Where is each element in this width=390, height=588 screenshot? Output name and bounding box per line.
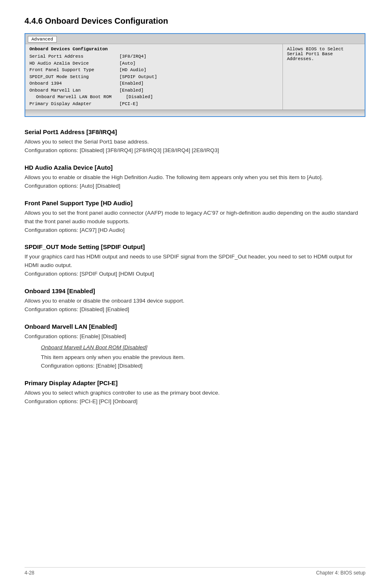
bios-row-label: Onboard 1394 bbox=[29, 80, 119, 87]
section-body: Configuration options: [Enable] [Disable… bbox=[25, 332, 365, 370]
bios-row-label: Onboard Marvell Lan bbox=[29, 87, 119, 94]
section-body: Allows you to select which graphics cont… bbox=[25, 389, 365, 406]
bios-tab-bar: Advanced bbox=[25, 34, 365, 44]
subsection-heading: Onboard Marvell LAN Boot ROM [Disabled] bbox=[41, 343, 365, 352]
bios-row-value: [SPDIF Output] bbox=[119, 74, 157, 81]
bios-row: Front Panel Support Type[HD Audio] bbox=[29, 67, 278, 74]
section-body: Allows you to select the Serial Port1 ba… bbox=[25, 138, 365, 155]
bios-row: Onboard 1394[Enabled] bbox=[29, 80, 278, 87]
section-body: If your graphics card has HDMI output an… bbox=[25, 253, 365, 278]
section-config-options: Configuration options: [Enable] [Disable… bbox=[25, 332, 365, 341]
bios-row: Serial Port1 Address[3F8/IRQ4] bbox=[29, 53, 278, 60]
section-description: Allows you to select which graphics cont… bbox=[25, 389, 365, 397]
section-body: Allows you to enable or disable the onbo… bbox=[25, 297, 365, 314]
section-description: Allows you to enable or disable the onbo… bbox=[25, 297, 365, 305]
bios-row-value: [Enabled] bbox=[119, 87, 143, 94]
section-config-options: Configuration options: [PCI-E] [PCI] [On… bbox=[25, 397, 365, 406]
section-serial-port1: Serial Port1 Address [3F8/IRQ4]Allows yo… bbox=[25, 128, 365, 155]
section-heading: SPDIF_OUT Mode Setting [SPDIF Output] bbox=[25, 243, 365, 250]
section-config-options: Configuration options: [SPDIF Output] [H… bbox=[25, 270, 365, 278]
bios-row-label: HD Audio Azalia Device bbox=[29, 60, 119, 67]
subsection-config: Configuration options: [Enable] [Disable… bbox=[41, 362, 365, 370]
section-body: Allows you to enable or disable the High… bbox=[25, 173, 365, 191]
section-onboard-1394: Onboard 1394 [Enabled]Allows you to enab… bbox=[25, 287, 365, 314]
bios-row-label: Front Panel Support Type bbox=[29, 67, 119, 74]
section-config-options: Configuration options: [Auto] [Disabled] bbox=[25, 182, 365, 191]
section-onboard-marvell-lan: Onboard Marvell LAN [Enabled]Configurati… bbox=[25, 323, 365, 370]
footer-chapter: Chapter 4: BIOS setup bbox=[316, 570, 365, 576]
section-heading: Onboard 1394 [Enabled] bbox=[25, 287, 365, 294]
bios-row: Onboard Marvell LAN Boot ROM[Disabled] bbox=[29, 94, 278, 101]
section-heading: HD Audio Azalia Device [Auto] bbox=[25, 164, 365, 171]
section-heading: Front Panel Support Type [HD Audio] bbox=[25, 200, 365, 206]
section-description: Allows you to enable or disable the High… bbox=[25, 173, 365, 182]
section-spdif-out: SPDIF_OUT Mode Setting [SPDIF Output]If … bbox=[25, 243, 365, 278]
section-body: Allows you to set the front panel audio … bbox=[25, 209, 365, 235]
page-title: 4.4.6 Onboard Devices Configuration bbox=[25, 16, 365, 26]
bios-row-value: [Enabled] bbox=[119, 80, 143, 87]
bios-row-label: Onboard Marvell LAN Boot ROM bbox=[36, 94, 126, 101]
subsection-body: This item appears only when you enable t… bbox=[41, 353, 365, 362]
section-config-options: Configuration options: [AC97] [HD Audio] bbox=[25, 226, 365, 235]
section-front-panel: Front Panel Support Type [HD Audio]Allow… bbox=[25, 200, 365, 235]
bios-row-value: [Disabled] bbox=[126, 94, 153, 101]
footer-page-number: 4-28 bbox=[25, 570, 34, 576]
section-heading: Serial Port1 Address [3F8/IRQ4] bbox=[25, 128, 365, 135]
bios-row-value: [Auto] bbox=[119, 60, 136, 67]
section-description: If your graphics card has HDMI output an… bbox=[25, 253, 365, 270]
section-config-options: Configuration options: [Disabled] [3F8/I… bbox=[25, 146, 365, 155]
page-footer: 4-28 Chapter 4: BIOS setup bbox=[25, 567, 365, 576]
bios-tab-advanced: Advanced bbox=[28, 36, 57, 43]
bios-screenshot: Advanced Onboard Devices Configuraiton S… bbox=[25, 33, 365, 117]
bios-shadow bbox=[25, 110, 365, 116]
section-heading: Onboard Marvell LAN [Enabled] bbox=[25, 323, 365, 330]
section-description: Allows you to select the Serial Port1 ba… bbox=[25, 138, 365, 146]
bios-row-value: [3F8/IRQ4] bbox=[119, 53, 146, 60]
bios-row: Onboard Marvell Lan[Enabled] bbox=[29, 87, 278, 94]
bios-row: HD Audio Azalia Device[Auto] bbox=[29, 60, 278, 67]
bios-row-label: Serial Port1 Address bbox=[29, 53, 119, 60]
bios-row-label: SPDIF_OUT Mode Setting bbox=[29, 74, 119, 81]
bios-content: Onboard Devices Configuraiton Serial Por… bbox=[25, 44, 365, 110]
bios-row: SPDIF_OUT Mode Setting[SPDIF Output] bbox=[29, 74, 278, 81]
bios-row: Primary Display Adapter[PCI-E] bbox=[29, 101, 278, 108]
section-description: Allows you to set the front panel audio … bbox=[25, 209, 365, 226]
section-primary-display: Primary Display Adapter [PCI-E]Allows yo… bbox=[25, 379, 365, 406]
section-config-options: Configuration options: [Disabled] [Enabl… bbox=[25, 305, 365, 314]
bios-section-title: Onboard Devices Configuraiton bbox=[29, 47, 278, 52]
bios-left-panel: Onboard Devices Configuraiton Serial Por… bbox=[25, 44, 283, 110]
bios-help-text: Allows BIOS to Select Serial Port1 Base … bbox=[283, 44, 365, 110]
section-heading: Primary Display Adapter [PCI-E] bbox=[25, 379, 365, 386]
section-hd-audio: HD Audio Azalia Device [Auto]Allows you … bbox=[25, 164, 365, 191]
subsection: Onboard Marvell LAN Boot ROM [Disabled]T… bbox=[41, 343, 365, 370]
bios-row-label: Primary Display Adapter bbox=[29, 101, 119, 108]
bios-row-value: [PCI-E] bbox=[119, 101, 138, 108]
bios-row-value: [HD Audio] bbox=[119, 67, 146, 74]
